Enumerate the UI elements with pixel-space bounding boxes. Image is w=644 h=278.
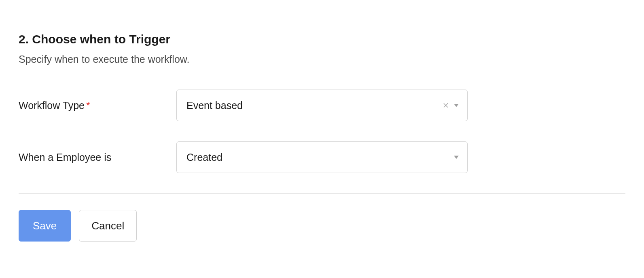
- trigger-section: 2. Choose when to Trigger Specify when t…: [19, 32, 625, 242]
- svg-marker-3: [454, 156, 459, 159]
- workflow-type-row: Workflow Type* Event based: [19, 90, 625, 121]
- clear-icon[interactable]: [443, 102, 449, 109]
- section-title: 2. Choose when to Trigger: [19, 32, 625, 46]
- workflow-type-value: Event based: [186, 100, 243, 111]
- divider: [19, 193, 625, 194]
- save-button[interactable]: Save: [19, 210, 71, 242]
- required-marker: *: [86, 100, 90, 111]
- chevron-down-icon[interactable]: [453, 103, 460, 108]
- section-subtitle: Specify when to execute the workflow.: [19, 53, 625, 65]
- select-controls: [443, 102, 460, 109]
- select-controls: [453, 155, 460, 160]
- svg-marker-2: [454, 104, 459, 107]
- workflow-type-label: Workflow Type*: [19, 100, 176, 111]
- button-row: Save Cancel: [19, 210, 625, 242]
- when-employee-label: When a Employee is: [19, 152, 176, 163]
- workflow-type-select[interactable]: Event based: [176, 90, 468, 121]
- cancel-button[interactable]: Cancel: [79, 210, 137, 242]
- when-employee-value: Created: [186, 152, 222, 163]
- chevron-down-icon[interactable]: [453, 155, 460, 160]
- when-employee-row: When a Employee is Created: [19, 141, 625, 173]
- when-employee-select[interactable]: Created: [176, 141, 468, 173]
